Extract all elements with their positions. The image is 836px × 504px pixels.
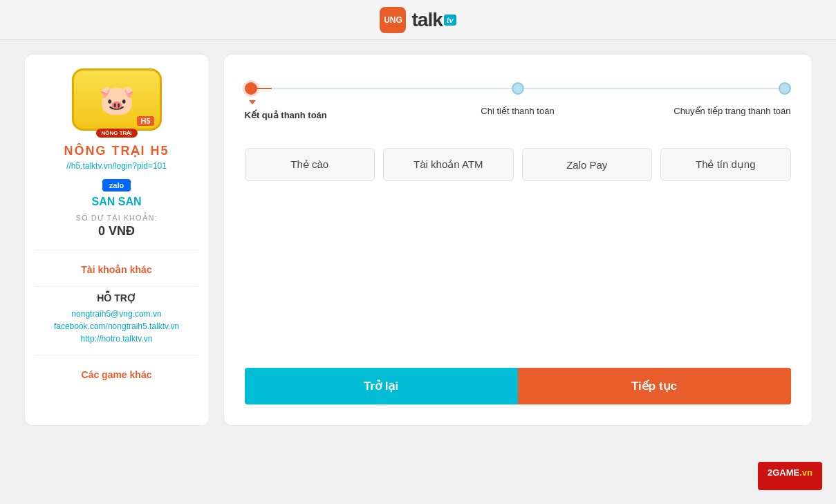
sidebar: 🐷 H5 NÔNG TRẠI NÔNG TRẠI H5 //h5.talktv.… [24,54,210,426]
hotro-link[interactable]: http://hotro.talktv.vn [81,334,153,344]
steps-row [245,82,791,95]
game-url[interactable]: //h5.talktv.vn/login?pid=101 [66,161,167,171]
progress-track [245,82,791,95]
step-3-label: Chuyển tiếp trang thanh toán [674,106,790,116]
2game-vn: .vn [799,467,812,478]
game-name: NÔNG TRẠI H5 [64,143,169,158]
game-logo-bg: 🐷 H5 [72,68,162,131]
step-node-2 [512,82,524,95]
right-panel: Kết quả thanh toán Chi tiết thanh toán C… [223,54,812,426]
balance-label: SỐ DƯ TÀI KHOẢN: [75,214,157,223]
divider-2 [35,286,198,287]
step-2-label-col: Chi tiết thanh toán [427,100,609,120]
step-dot-1 [245,82,257,95]
step-1-arrow [249,100,256,104]
talk-logo: talktv [411,9,456,31]
step-2-label: Chi tiết thanh toán [481,106,554,116]
tab-the-cao[interactable]: Thẻ cào [245,148,375,181]
step-arrows-row: Kết quả thanh toán Chi tiết thanh toán C… [245,100,791,120]
2game-label: 2GAME [768,467,799,478]
zalo-badge: zalo [102,179,131,192]
divider-1 [35,250,198,250]
2game-badge: 2GAME.vn [758,462,822,490]
step-dot-3 [779,82,791,95]
facebook-support-link[interactable]: facebook.com/nongtraih5.talktv.vn [54,321,179,331]
ho-tro-label: HỖ TRỢ [97,292,136,304]
step-node-3 [779,82,791,95]
user-name: SAN SAN [91,196,141,208]
tab-zalo-pay[interactable]: Zalo Pay [522,148,653,181]
cac-game-khac-button[interactable]: Các game khác [35,364,198,386]
balance-value: 0 VNĐ [98,224,135,239]
nong-trai-label: NÔNG TRẠI [95,129,137,138]
back-button[interactable]: Trở lại [245,368,518,404]
step-node-1 [245,82,257,95]
talk-text: talk [411,9,442,31]
email-support-link[interactable]: nongtraih5@vng.com.vn [71,309,161,319]
step-dot-2 [512,82,524,95]
tv-badge: tv [444,15,456,26]
content-area [245,202,791,340]
main-content: 🐷 H5 NÔNG TRẠI NÔNG TRẠI H5 //h5.talktv.… [10,40,826,440]
pig-icon: 🐷 [99,83,135,117]
continue-button[interactable]: Tiếp tục [518,368,791,404]
tab-the-tin-dung[interactable]: Thẻ tín dụng [660,148,791,181]
bottom-actions: Trở lại Tiếp tục [245,368,791,404]
header: UNG talktv [0,0,836,40]
tai-khoan-khac-button[interactable]: Tài khoản khác [35,259,198,281]
game-logo-wrapper: 🐷 H5 NÔNG TRẠI [72,68,162,138]
step-1-label: Kết quả thanh toán [245,110,327,120]
divider-3 [35,355,198,355]
progress-bar: Kết quả thanh toán Chi tiết thanh toán C… [245,75,791,120]
ung-logo: UNG [380,7,406,33]
step-3-label-col: Chuyển tiếp trang thanh toán [609,100,790,120]
payment-tabs: Thẻ cào Tài khoản ATM Zalo Pay Thẻ tín d… [245,148,791,181]
step-1-arrow-col: Kết quả thanh toán [245,100,427,120]
tab-tai-khoan-atm[interactable]: Tài khoản ATM [383,148,514,181]
h5-badge: H5 [137,116,154,126]
